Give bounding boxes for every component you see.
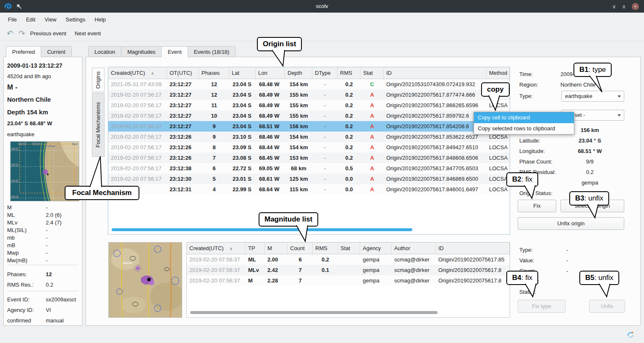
cell-id: Origin/20190220075617.854208.6 <box>384 121 487 132</box>
summary-ids: Event ID:sx2009axsct Agency ID:VI confir… <box>7 294 79 326</box>
map-label: 20 S <box>11 147 18 151</box>
callout-b5-unfix: B5: unfix <box>579 271 619 285</box>
column-header-lon[interactable]: Lon <box>256 67 285 79</box>
horizontal-scrollbar[interactable] <box>190 311 437 314</box>
previous-event-icon[interactable]: ↶ <box>7 29 13 38</box>
horizontal-scrollbar[interactable] <box>112 228 412 231</box>
column-header-phases[interactable]: Phases <box>199 67 229 79</box>
origin-table-row[interactable]: 2019-02-20 07:56:17 23:12:30 5 23.01 S 6… <box>108 174 510 184</box>
column-header-m[interactable]: M <box>265 243 288 254</box>
cell-method: LOCSA <box>487 153 510 163</box>
column-header-author[interactable]: Author <box>392 243 436 254</box>
menu-item[interactable]: Help <box>90 14 110 25</box>
column-header-count[interactable]: Count <box>288 243 313 254</box>
cell-lat: 23.10 S <box>229 132 256 142</box>
callout-copy: copy <box>481 82 510 97</box>
main-tab[interactable]: Events (18/18) <box>188 46 236 57</box>
column-header-lat[interactable]: Lat <box>229 67 256 79</box>
fix-type-button[interactable]: Fix type <box>518 300 565 313</box>
side-tab[interactable]: Origins <box>92 68 105 92</box>
magnitude-row: ML(SIL) - <box>7 227 79 234</box>
cell-author: scmag@dirker <box>392 275 436 286</box>
cell-id: Origin/20190220075617.8 <box>436 275 510 286</box>
cell-count: 6 <box>288 254 313 265</box>
region-value: Northern Chile <box>560 79 623 90</box>
cell-lat: 22.99 S <box>229 184 256 195</box>
origin-table-row[interactable]: 2019-02-20 07:56:17 23:12:26 8 23.09 S 6… <box>108 142 510 153</box>
cell-phases: 12 <box>199 79 229 90</box>
context-menu-item[interactable]: Copy cell to clipboard <box>474 112 574 123</box>
column-header-id[interactable]: ID <box>384 67 487 79</box>
column-header-depth[interactable]: Depth <box>285 67 312 79</box>
cell-phases: 9 <box>199 121 229 132</box>
magnitude-table-row[interactable]: 2019-02-20 07:56:37 M 2.28 7 gempa scmag… <box>187 275 510 286</box>
event-coordinates: 23.04° S 68.48° W <box>7 120 80 127</box>
magnitude-table-row[interactable]: 2019-02-20 07:56:37 MLv 2.42 7 0.1 gempa… <box>187 265 510 275</box>
magnitude-table-row[interactable]: 2019-02-20 07:56:37 ML 2.00 6 0.2 gempa … <box>187 254 510 265</box>
cell-lat: 23.09 S <box>229 142 256 153</box>
origin-table-row[interactable]: 2019-02-20 07:56:17 23:12:27 11 23.04 S … <box>108 100 510 111</box>
cell-created: 2019-02-20 07:56:17 <box>108 132 167 142</box>
sort-ascending-icon: ∧ <box>151 71 154 76</box>
cell-id: Origin/20190220075617.853622.6527 <box>384 132 487 142</box>
column-header-id[interactable]: ID <box>436 243 510 254</box>
origin-table-row[interactable]: 23:12:31 4 22.99 S 68.64 W 115 km - 0.0 … <box>108 184 510 195</box>
phase-count-label: Phase Count: <box>519 156 552 167</box>
column-header-stat[interactable]: Stat <box>361 67 384 79</box>
previous-event-button[interactable]: Previous event <box>30 30 66 37</box>
column-header-agency[interactable]: Agency <box>360 243 392 254</box>
origin-table-row[interactable]: 2019-02-20 07:56:17 23:12:27 9 23.04 S 6… <box>108 121 510 132</box>
cell-lat: 23.04 S <box>229 90 256 100</box>
minimize-icon[interactable]: ∨ <box>612 3 616 10</box>
main-tab[interactable]: Event <box>161 46 188 57</box>
next-event-icon[interactable]: ↷ <box>18 29 25 38</box>
maximize-icon[interactable]: ∧ <box>622 3 626 10</box>
cell-phases: 9 <box>199 132 229 142</box>
column-header-dtype[interactable]: DType <box>312 67 338 79</box>
main-tab[interactable]: Location <box>88 46 121 57</box>
column-header-created[interactable]: Created(UTC)∧ <box>108 67 167 79</box>
next-event-button[interactable]: Next event <box>75 30 101 37</box>
column-header-ot[interactable]: OT(UTC) <box>167 67 199 79</box>
callout-magnitude-list: Magnitude list <box>259 212 318 227</box>
magnitude-value: - <box>46 257 47 264</box>
cell-dtype: - <box>312 153 338 163</box>
event-type-select[interactable]: earthquake <box>561 91 624 102</box>
callout-b2-fix: B2: fix <box>506 172 538 187</box>
origin-table-row[interactable]: 2019-02-20 07:56:17 23:12:26 9 23.10 S 6… <box>108 132 510 142</box>
main-tab[interactable]: Magnitudes <box>121 46 162 57</box>
menu-item[interactable]: View <box>40 14 61 25</box>
fix-button[interactable]: Fix <box>518 200 556 212</box>
menu-item[interactable]: Settings <box>61 14 90 25</box>
column-header-stat[interactable]: Stat <box>338 243 360 254</box>
origin-table-row[interactable]: 2019-02-20 07:56:17 23:12:27 12 23.04 S … <box>108 90 510 100</box>
column-header-rms[interactable]: RMS <box>338 67 361 79</box>
cell-lon: 68.49 W <box>256 111 285 121</box>
menu-item[interactable]: Edit <box>21 14 40 25</box>
magnitude-map[interactable]: alama <box>108 242 182 318</box>
menu-item[interactable]: File <box>3 14 21 25</box>
cell-id: Origin/20190220075617.847705.6503 <box>384 163 487 174</box>
cell-depth: 155 km <box>285 100 312 111</box>
unfix-button[interactable]: Unfix <box>589 300 625 313</box>
summary-tab[interactable]: Current <box>41 46 71 57</box>
side-tab[interactable]: Focal Mechanisms <box>92 93 105 157</box>
context-menu-item[interactable]: Copy selected rows to clipboard <box>474 123 574 134</box>
cell-dtype: - <box>312 111 338 121</box>
origin-table-row[interactable]: 2019-02-20 07:56:17 23:12:26 7 23.08 S 6… <box>108 153 510 163</box>
cell-lon: 68.64 W <box>256 184 285 195</box>
summary-tab[interactable]: Preferred <box>6 46 41 57</box>
cell-depth: 125 km <box>285 174 312 184</box>
column-header-tp[interactable]: TP <box>246 243 265 254</box>
origin-table-row[interactable]: 2019-02-20 07:56:17 23:12:27 10 23.04 S … <box>108 111 510 121</box>
cell-lon: 68.49 W <box>256 90 285 100</box>
unfix-origin-button[interactable]: Unfix origin <box>518 217 624 230</box>
column-header-created[interactable]: Created(UTC)∧ <box>187 243 246 254</box>
menubar: File Edit View Settings Help <box>0 13 644 26</box>
origin-table-row[interactable]: 2021-05-31 07:43:09 23:12:27 12 23.04 S … <box>108 79 510 90</box>
column-header-method[interactable]: Method <box>487 67 510 79</box>
close-icon[interactable]: × <box>632 3 639 10</box>
column-header-rms[interactable]: RMS <box>313 243 338 254</box>
cell-m: 2.28 <box>265 275 288 286</box>
origin-table-row[interactable]: 2019-02-20 07:56:17 23:12:38 6 22.72 S 6… <box>108 163 510 174</box>
